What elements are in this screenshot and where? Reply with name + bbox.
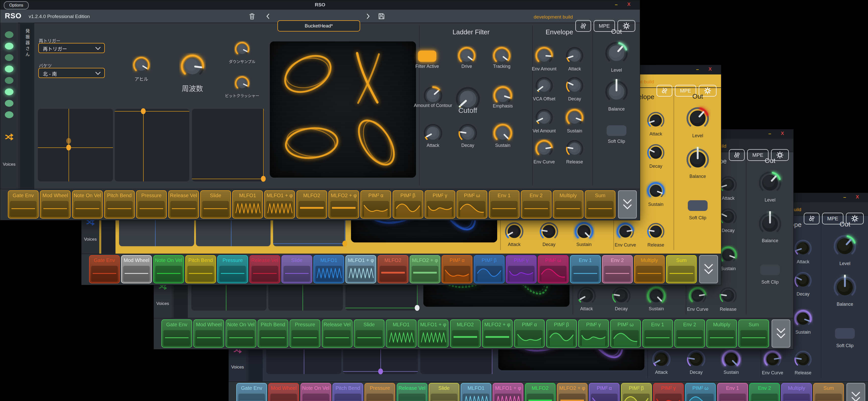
mod-source-mlfo1[interactable]: MLFO1 + φ <box>264 190 295 219</box>
knob-filter-decay[interactable] <box>538 221 560 242</box>
xy-pad-2[interactable] <box>115 109 189 181</box>
mod-source-pitch-bend[interactable]: Pitch Bend <box>185 255 216 283</box>
knob-balance[interactable] <box>685 147 711 173</box>
mod-source-pim[interactable]: PIM² γ <box>425 190 455 219</box>
mod-source-multiply[interactable]: Multiply <box>553 190 584 219</box>
mod-source-sum[interactable]: Sum <box>738 319 769 348</box>
knob-filter-decay[interactable] <box>685 349 707 370</box>
mod-expand-button[interactable] <box>772 319 790 348</box>
mod-source-pressure[interactable]: Pressure <box>289 319 320 348</box>
knob-filter-decay[interactable] <box>611 285 632 307</box>
knob-filter-attack[interactable] <box>651 349 672 370</box>
mod-source-env-1[interactable]: Env 1 <box>489 190 520 219</box>
mod-source-slide[interactable]: Slide <box>200 190 231 219</box>
mod-source-sum[interactable]: Sum <box>666 255 697 283</box>
knob-filter-attack[interactable] <box>503 221 525 242</box>
mod-source-pim[interactable]: PIM² γ <box>578 319 609 348</box>
mod-source-mlfo1[interactable]: MLFO1 + φ <box>345 255 376 283</box>
mod-source-mlfo1[interactable]: MLFO1 <box>386 319 416 348</box>
soft-clip-toggle[interactable] <box>607 125 626 136</box>
mod-source-slide[interactable]: Slide <box>281 255 312 283</box>
minimize-button[interactable]: – <box>694 66 701 72</box>
minimize-button[interactable]: – <box>613 2 620 7</box>
mod-source-note-on-vel[interactable]: Note On Vel <box>301 383 331 401</box>
mod-source-pim[interactable]: PIM² ω <box>457 190 487 219</box>
mod-source-mod-wheel[interactable]: Mod Wheel <box>121 255 152 283</box>
knob-level[interactable] <box>757 170 783 196</box>
mod-source-mlfo1[interactable]: MLFO1 <box>232 190 263 219</box>
mod-source-multiply[interactable]: Multiply <box>634 255 665 283</box>
mod-source-mlfo1[interactable]: MLFO1 <box>313 255 344 283</box>
mod-source-mlfo1[interactable]: MLFO1 + φ <box>418 319 448 348</box>
knob-filter-sustain[interactable] <box>720 349 742 370</box>
mod-source-pim[interactable]: PIM² β <box>393 190 423 219</box>
knob-release[interactable] <box>565 139 585 159</box>
knob-decay[interactable] <box>646 143 666 163</box>
knob-level[interactable] <box>685 106 711 132</box>
mod-source-pim[interactable]: PIM² α <box>361 190 391 219</box>
mod-source-multiply[interactable]: Multiply <box>706 319 737 348</box>
mod-source-env-1[interactable]: Env 1 <box>717 383 748 401</box>
knob-filter-decay[interactable] <box>457 122 478 144</box>
mod-source-sum[interactable]: Sum <box>813 383 844 401</box>
knob-downsample[interactable] <box>234 41 250 57</box>
mod-source-gate-env[interactable]: Gate Env <box>236 383 267 401</box>
knob-env-amount[interactable] <box>534 46 554 65</box>
mod-source-env-2[interactable]: Env 2 <box>602 255 633 283</box>
mod-source-gate-env[interactable]: Gate Env <box>89 255 120 283</box>
xy-pad-3[interactable] <box>192 109 264 181</box>
mod-source-multiply[interactable]: Multiply <box>781 383 812 401</box>
knob-env-curve[interactable] <box>763 349 782 369</box>
mod-source-env-1[interactable]: Env 1 <box>642 319 673 348</box>
mod-source-pitch-bend[interactable]: Pitch Bend <box>333 383 363 401</box>
mod-expand-button[interactable] <box>846 383 865 401</box>
mod-source-env-2[interactable]: Env 2 <box>674 319 705 348</box>
title-bar[interactable]: Options RSO – X <box>0 0 640 10</box>
knob-level[interactable] <box>832 233 858 259</box>
bucket-select[interactable]: 北 - 南 <box>38 68 105 78</box>
mod-source-gate-env[interactable]: Gate Env <box>161 319 192 348</box>
mod-source-slide[interactable]: Slide <box>429 383 459 401</box>
mod-source-mlfo2[interactable]: MLFO2 <box>378 255 408 283</box>
mod-source-pim[interactable]: PIM² γ <box>506 255 536 283</box>
knob-release[interactable] <box>793 349 813 369</box>
knob-balance[interactable] <box>603 79 629 105</box>
mod-source-mlfo2[interactable]: MLFO2 + φ <box>329 190 359 219</box>
knob-env-curve[interactable] <box>616 222 635 241</box>
mod-source-sum[interactable]: Sum <box>585 190 616 219</box>
mod-source-mlfo2[interactable]: MLFO2 + φ <box>557 383 588 401</box>
mod-source-mod-wheel[interactable]: Mod Wheel <box>193 319 224 348</box>
mod-source-mod-wheel[interactable]: Mod Wheel <box>40 190 70 219</box>
knob-vca-offset[interactable] <box>534 76 554 95</box>
mod-source-pim[interactable]: PIM² β <box>621 383 652 401</box>
soft-clip-toggle[interactable] <box>688 200 708 211</box>
knob-emphasis[interactable] <box>492 85 514 106</box>
mod-source-pim[interactable]: PIM² α <box>589 383 620 401</box>
mod-source-mlfo2[interactable]: MLFO2 + φ <box>482 319 513 348</box>
knob-filter-sustain[interactable] <box>574 221 595 242</box>
mod-source-gate-env[interactable]: Gate Env <box>8 190 38 219</box>
knob-release[interactable] <box>718 286 738 306</box>
mod-source-mlfo1[interactable]: MLFO1 + φ <box>493 383 523 401</box>
knob-bitcrusher[interactable] <box>234 75 250 91</box>
close-button[interactable]: X <box>706 66 714 72</box>
mod-source-mlfo1[interactable]: MLFO1 <box>461 383 491 401</box>
knob-sustain[interactable] <box>646 181 666 201</box>
knob-env-curve[interactable] <box>688 286 708 306</box>
mod-source-pressure[interactable]: Pressure <box>365 383 395 401</box>
minimize-button[interactable]: – <box>766 131 774 137</box>
mod-source-pim[interactable]: PIM² β <box>546 319 577 348</box>
mod-source-release-vel[interactable]: Release Vel <box>168 190 199 219</box>
mod-source-pressure[interactable]: Pressure <box>217 255 248 283</box>
mod-source-pressure[interactable]: Pressure <box>136 190 167 219</box>
knob-attack[interactable] <box>565 46 585 65</box>
knob-attack[interactable] <box>793 238 813 258</box>
mod-source-pim[interactable]: PIM² α <box>442 255 472 283</box>
prev-preset-button[interactable] <box>265 12 271 21</box>
knob-vel-amount[interactable] <box>534 108 554 127</box>
mod-source-release-vel[interactable]: Release Vel <box>397 383 427 401</box>
knob-level[interactable] <box>603 40 629 66</box>
mod-expand-button[interactable] <box>699 255 718 283</box>
knob-sustain[interactable] <box>793 309 813 328</box>
knob-filter-attack[interactable] <box>422 122 444 144</box>
